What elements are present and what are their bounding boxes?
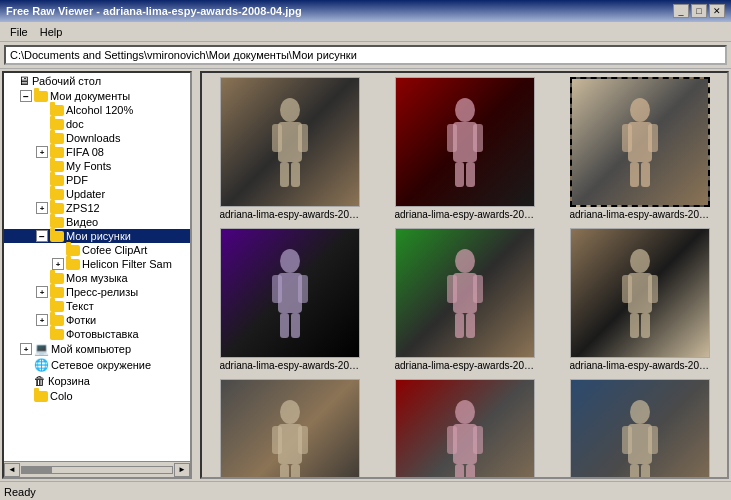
svg-rect-35 [641, 313, 650, 338]
svg-point-24 [455, 249, 475, 273]
tree-expander[interactable]: + [36, 202, 48, 214]
menu-bar: File Help [0, 22, 731, 42]
image-label-5: adriana-lima-espy-awards-2008... [570, 360, 710, 371]
tree-content[interactable]: 🖥Рабочий стол−Мои документыAlcohol 120%d… [4, 73, 190, 461]
folder-icon [50, 203, 64, 214]
image-cell-3[interactable]: adriana-lima-espy-awards-2008... [206, 228, 373, 371]
image-cell-2[interactable]: adriana-lima-espy-awards-2008-0 4.jpg [556, 77, 723, 220]
tree-item-colo[interactable]: Colo [4, 389, 190, 403]
image-cell-6[interactable]: adriana-lima-espy-awards-2008... [206, 379, 373, 479]
figure-svg [260, 92, 320, 192]
image-label-3: adriana-lima-espy-awards-2008... [220, 360, 360, 371]
svg-point-0 [280, 98, 300, 122]
tree-item-mypics[interactable]: −Мои рисунки [4, 229, 190, 243]
tree-item-zps12[interactable]: +ZPS12 [4, 201, 190, 215]
tree-item-mycomp[interactable]: +💻Мой компьютер [4, 341, 190, 357]
tree-label: Cofee ClipArt [82, 244, 147, 256]
image-thumbnail-5 [570, 228, 710, 358]
tree-item-helicon[interactable]: +Helicon Filter Sam [4, 257, 190, 271]
svg-point-30 [630, 249, 650, 273]
svg-rect-9 [473, 124, 483, 152]
svg-rect-4 [280, 162, 289, 187]
svg-rect-45 [473, 426, 483, 454]
figure-svg [435, 243, 495, 343]
tree-item-alcohol[interactable]: Alcohol 120% [4, 103, 190, 117]
figure-svg [260, 243, 320, 343]
tree-item-mydocs[interactable]: −Мои документы [4, 89, 190, 103]
tree-item-text[interactable]: Текст [4, 299, 190, 313]
tree-item-pdf[interactable]: PDF [4, 173, 190, 187]
tree-label: doc [66, 118, 84, 130]
tree-label: Рабочий стол [32, 75, 101, 87]
figure-svg [610, 92, 670, 192]
status-bar: Ready [0, 481, 731, 500]
tree-item-downloads[interactable]: Downloads [4, 131, 190, 145]
address-input[interactable] [4, 45, 727, 65]
menu-help[interactable]: Help [34, 24, 69, 40]
image-cell-4[interactable]: adriana-lima-espy-awards-2008... [381, 228, 548, 371]
svg-rect-41 [291, 464, 300, 479]
svg-rect-23 [291, 313, 300, 338]
tree-expander[interactable]: + [36, 286, 48, 298]
tree-item-netenv[interactable]: 🌐Сетевое окружение [4, 357, 190, 373]
tree-item-photoshow[interactable]: Фотовыставка [4, 327, 190, 341]
tree-item-desktop[interactable]: 🖥Рабочий стол [4, 73, 190, 89]
maximize-button[interactable]: □ [691, 4, 707, 18]
tree-label: PDF [66, 174, 88, 186]
tree-expander[interactable]: + [36, 314, 48, 326]
svg-rect-28 [455, 313, 464, 338]
svg-rect-46 [455, 464, 464, 479]
scroll-right-btn[interactable]: ► [174, 463, 190, 477]
svg-rect-51 [648, 426, 658, 454]
tree-label: Downloads [66, 132, 120, 144]
image-cell-0[interactable]: adriana-lima-espy-awards-2008... [206, 77, 373, 220]
image-thumbnail-8 [570, 379, 710, 479]
svg-rect-29 [466, 313, 475, 338]
tree-item-cofee[interactable]: Cofee ClipArt [4, 243, 190, 257]
tree-item-doc[interactable]: doc [4, 117, 190, 131]
figure-svg [610, 243, 670, 343]
desktop-icon: 🖥 [18, 74, 30, 88]
image-cell-5[interactable]: adriana-lima-espy-awards-2008... [556, 228, 723, 371]
panel-splitter[interactable] [194, 69, 198, 481]
minimize-button[interactable]: _ [673, 4, 689, 18]
tree-label: Updater [66, 188, 105, 200]
tree-label: Helicon Filter Sam [82, 258, 172, 270]
hscroll-track[interactable] [21, 466, 173, 474]
tree-expander[interactable]: − [36, 230, 48, 242]
tree-item-photos[interactable]: +Фотки [4, 313, 190, 327]
tree-item-press[interactable]: +Пресс-релизы [4, 285, 190, 299]
network-icon: 🌐 [34, 358, 49, 372]
svg-rect-40 [280, 464, 289, 479]
tree-item-video[interactable]: Видео [4, 215, 190, 229]
image-cell-8[interactable]: adriana-lima-espy-awards-2008... [556, 379, 723, 479]
image-panel[interactable]: adriana-lima-espy-awards-2008... adriana… [200, 71, 729, 479]
svg-point-6 [455, 98, 475, 122]
svg-rect-11 [466, 162, 475, 187]
tree-expander[interactable]: + [36, 146, 48, 158]
tree-item-fifa[interactable]: +FIFA 08 [4, 145, 190, 159]
menu-file[interactable]: File [4, 24, 34, 40]
hscroll-thumb[interactable] [22, 467, 52, 473]
tree-item-myfonts[interactable]: My Fonts [4, 159, 190, 173]
svg-rect-2 [272, 124, 282, 152]
tree-expander[interactable]: + [52, 258, 64, 270]
scroll-left-btn[interactable]: ◄ [4, 463, 20, 477]
svg-rect-52 [630, 464, 639, 479]
tree-expander[interactable]: − [20, 90, 32, 102]
svg-rect-50 [622, 426, 632, 454]
svg-rect-32 [622, 275, 632, 303]
tree-label: ZPS12 [66, 202, 100, 214]
tree-item-updater[interactable]: Updater [4, 187, 190, 201]
image-thumbnail-7 [395, 379, 535, 479]
svg-rect-38 [272, 426, 282, 454]
tree-expander[interactable]: + [20, 343, 32, 355]
tree-item-basket[interactable]: 🗑Корзина [4, 373, 190, 389]
close-button[interactable]: ✕ [709, 4, 725, 18]
tree-horizontal-scrollbar[interactable]: ◄ ► [4, 461, 190, 477]
tree-item-mymusic[interactable]: Моя музыка [4, 271, 190, 285]
image-cell-7[interactable]: adriana-lima-espy-awards-2008... [381, 379, 548, 479]
image-thumbnail-3 [220, 228, 360, 358]
svg-rect-16 [630, 162, 639, 187]
image-cell-1[interactable]: adriana-lima-espy-awards-2008... [381, 77, 548, 220]
